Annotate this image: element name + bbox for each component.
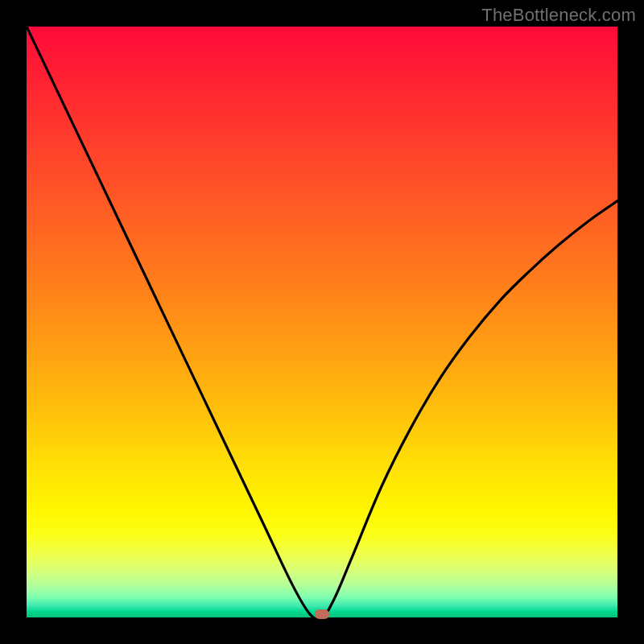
chart-plot-area <box>27 27 617 617</box>
bottleneck-curve <box>27 27 617 617</box>
curve-path <box>27 27 617 619</box>
minimum-marker <box>315 609 329 619</box>
chart-frame: TheBottleneck.com <box>0 0 644 644</box>
watermark-text: TheBottleneck.com <box>481 5 636 26</box>
